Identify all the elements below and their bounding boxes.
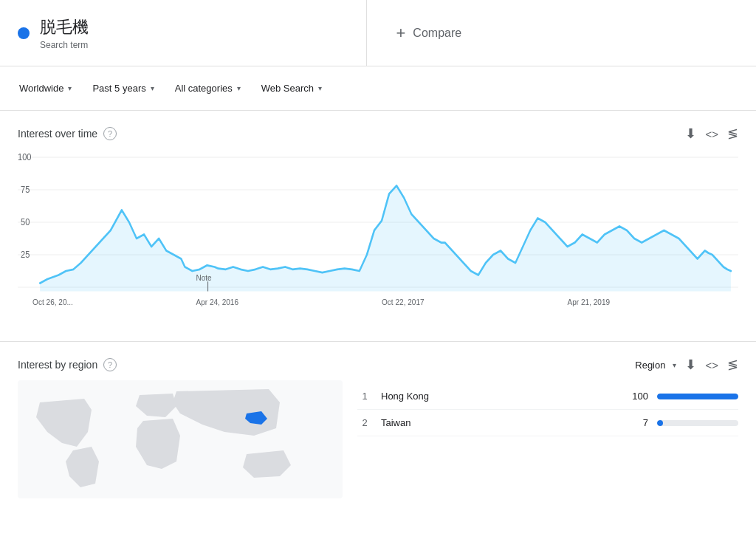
svg-text:Note: Note — [196, 273, 211, 283]
help-icon[interactable]: ? — [103, 358, 117, 371]
chevron-down-icon: ▾ — [318, 84, 322, 92]
region-item: 1 Hong Kong 100 — [357, 383, 738, 410]
svg-text:Oct 26, 20...: Oct 26, 20... — [32, 298, 73, 307]
section-header: Interest over time ? ⬇ <> ≶ — [18, 126, 738, 142]
interest-by-region-title: Interest by region — [18, 359, 97, 371]
search-term-subtitle: Search term — [40, 40, 89, 50]
compare-button[interactable]: + Compare — [367, 0, 757, 66]
filter-worldwide[interactable]: Worldwide ▾ — [12, 78, 79, 98]
search-term-title: 脱毛機 — [40, 16, 89, 38]
svg-marker-9 — [40, 186, 731, 292]
filter-websearch-label: Web Search — [261, 83, 314, 94]
svg-text:100: 100 — [18, 153, 31, 162]
interest-over-time-title: Interest over time — [18, 128, 97, 140]
svg-text:Apr 24, 2016: Apr 24, 2016 — [196, 298, 238, 307]
svg-text:25: 25 — [21, 250, 30, 260]
interest-over-time-chart: 100 75 50 25 Oct 26, 20... Apr 24, 2016 … — [18, 149, 738, 312]
region-name: Hong Kong — [381, 391, 617, 402]
filter-allcategories[interactable]: All categories ▾ — [168, 78, 248, 98]
compare-label: Compare — [413, 27, 461, 40]
region-item: 2 Taiwan 7 — [357, 410, 738, 436]
search-term-dot — [18, 27, 30, 39]
embed-icon[interactable]: <> — [705, 128, 718, 140]
filter-past5years-label: Past 5 years — [92, 83, 145, 94]
help-icon[interactable]: ? — [103, 127, 117, 140]
region-section-actions: Region ▾ ⬇ <> ≶ — [635, 357, 738, 373]
interest-over-time-section: Interest over time ? ⬇ <> ≶ 100 75 50 25 — [0, 111, 756, 342]
search-header: 脱毛機 Search term + Compare — [0, 0, 756, 66]
filter-websearch[interactable]: Web Search ▾ — [254, 78, 329, 98]
chevron-down-icon: ▾ — [673, 361, 676, 369]
share-icon[interactable]: ≶ — [727, 126, 738, 142]
filter-past5years[interactable]: Past 5 years ▾ — [85, 78, 161, 98]
interest-by-region-section: Interest by region ? Region ▾ ⬇ <> ≶ — [0, 342, 756, 513]
region-rank: 1 — [357, 391, 372, 402]
region-value: 7 — [626, 417, 648, 428]
region-name: Taiwan — [381, 417, 617, 428]
map-placeholder — [18, 380, 343, 498]
filter-allcategories-label: All categories — [175, 83, 233, 94]
chevron-down-icon: ▾ — [68, 84, 72, 92]
region-rank: 2 — [357, 417, 372, 428]
svg-text:75: 75 — [21, 185, 30, 195]
svg-text:Oct 22, 2017: Oct 22, 2017 — [382, 298, 425, 307]
section-title-group: Interest over time ? — [18, 127, 117, 140]
region-bar-wrap — [657, 420, 738, 426]
filter-bar: Worldwide ▾ Past 5 years ▾ All categorie… — [0, 66, 756, 111]
chevron-down-icon: ▾ — [237, 84, 241, 92]
svg-text:Apr 21, 2019: Apr 21, 2019 — [568, 298, 611, 307]
search-term-text: 脱毛機 Search term — [40, 16, 89, 50]
share-icon[interactable]: ≶ — [727, 357, 738, 373]
region-list: 1 Hong Kong 100 2 Taiwan 7 — [357, 380, 738, 498]
region-filter-label: Region — [635, 360, 665, 371]
region-bar — [657, 420, 663, 426]
region-section-header: Interest by region ? Region ▾ ⬇ <> ≶ — [18, 357, 738, 373]
download-icon[interactable]: ⬇ — [685, 126, 696, 142]
chart-svg: 100 75 50 25 Oct 26, 20... Apr 24, 2016 … — [18, 149, 738, 312]
world-map-svg — [18, 380, 343, 498]
region-value: 100 — [626, 391, 648, 402]
embed-icon[interactable]: <> — [705, 359, 718, 371]
filter-worldwide-label: Worldwide — [19, 83, 63, 94]
region-title-group: Interest by region ? — [18, 358, 117, 371]
region-bar-wrap — [657, 394, 738, 399]
search-term-box: 脱毛機 Search term — [0, 0, 367, 66]
svg-text:50: 50 — [21, 218, 30, 227]
region-bar — [657, 394, 738, 399]
compare-plus-icon: + — [396, 24, 406, 43]
region-filter-button[interactable]: Region ▾ — [635, 360, 676, 371]
region-content: 1 Hong Kong 100 2 Taiwan 7 — [18, 380, 738, 498]
chevron-down-icon: ▾ — [151, 84, 154, 92]
section-actions: ⬇ <> ≶ — [685, 126, 738, 142]
download-icon[interactable]: ⬇ — [685, 357, 696, 373]
